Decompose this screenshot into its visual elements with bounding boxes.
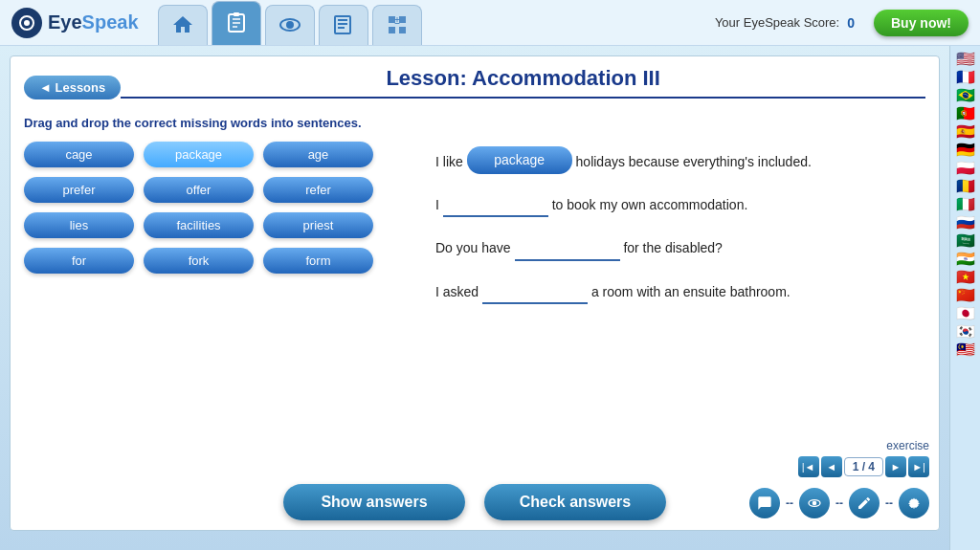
word-row-1: cage package age: [24, 142, 426, 167]
word-priest[interactable]: priest: [263, 212, 373, 238]
check-answers-button[interactable]: Check answers: [484, 484, 666, 520]
tab-dict[interactable]: [319, 5, 368, 45]
sentence-3: Do you have for the disabled?: [435, 234, 925, 260]
sentences-area: I like package holidays because everythi…: [435, 142, 925, 304]
nav-next[interactable]: ►: [885, 456, 906, 477]
word-row-2: prefer offer refer: [24, 177, 426, 203]
word-prefer[interactable]: prefer: [24, 177, 134, 203]
score-area: Your EyeSpeak Score: 0: [715, 15, 855, 31]
nav-last[interactable]: ►|: [908, 456, 929, 477]
buy-button[interactable]: Buy now!: [874, 10, 969, 36]
sentence-2: I to book my own accommodation.: [435, 191, 925, 217]
flag-es[interactable]: 🇪🇸: [952, 122, 979, 140]
flag-sa[interactable]: 🇸🇦: [952, 231, 979, 249]
word-row-4: for fork form: [24, 248, 426, 274]
tab-home[interactable]: [158, 5, 208, 45]
lesson-title: Lesson: Accommodation III: [121, 66, 925, 99]
exercise-controls: |◄ ◄ 1 / 4 ► ►|: [798, 456, 929, 477]
word-for[interactable]: for: [24, 248, 134, 274]
logo-text: EyeSpeak: [48, 11, 139, 33]
svg-point-11: [813, 501, 815, 504]
edit-icon-btn[interactable]: [849, 488, 880, 518]
sep-3: --: [885, 496, 893, 510]
icon-row: -- -- --: [749, 488, 929, 518]
flag-br[interactable]: 🇧🇷: [952, 86, 979, 103]
chat-icon-btn[interactable]: [749, 488, 780, 518]
nav-tabs: ±: [158, 1, 422, 45]
flag-sidebar: 🇺🇸 🇫🇷 🇧🇷 🇵🇹 🇪🇸 🇩🇪 🇵🇱 🇷🇴 🇮🇹 🇷🇺 🇸🇦 🇮🇳 🇻🇳 🇨…: [949, 46, 980, 550]
main-area: ◄ Lessons Lesson: Accommodation III Drag…: [0, 46, 949, 550]
flag-fr[interactable]: 🇫🇷: [952, 68, 979, 85]
flag-pl[interactable]: 🇵🇱: [952, 159, 979, 176]
sep-2: --: [835, 496, 843, 510]
back-button[interactable]: ◄ Lessons: [24, 76, 121, 99]
word-package[interactable]: package: [144, 142, 254, 167]
flag-cn[interactable]: 🇨🇳: [952, 286, 979, 303]
sentence-4: I asked a room with an ensuite bathroom.: [435, 278, 925, 304]
instruction: Drag and drop the correct missing words …: [24, 116, 925, 130]
logo: EyeSpeak: [11, 8, 139, 38]
svg-point-8: [287, 22, 293, 28]
word-lies[interactable]: lies: [24, 212, 134, 238]
flag-ro[interactable]: 🇷🇴: [952, 177, 979, 194]
flag-de[interactable]: 🇩🇪: [952, 141, 979, 158]
word-bank: cage package age prefer offer refer lies…: [24, 142, 426, 283]
word-row-3: lies facilities priest: [24, 212, 426, 238]
score-value: 0: [847, 15, 855, 31]
blank-1[interactable]: package: [467, 146, 572, 174]
blank-2[interactable]: [443, 191, 548, 217]
content-box: ◄ Lessons Lesson: Accommodation III Drag…: [10, 55, 940, 531]
settings-icon-btn[interactable]: [899, 488, 929, 518]
sep-1: --: [786, 496, 793, 510]
flag-kr[interactable]: 🇰🇷: [952, 322, 979, 340]
flag-ru[interactable]: 🇷🇺: [952, 213, 979, 231]
eye-icon-btn[interactable]: [799, 488, 830, 518]
show-answers-button[interactable]: Show answers: [283, 484, 465, 520]
flag-in[interactable]: 🇮🇳: [952, 250, 979, 267]
score-label: Your EyeSpeak Score:: [715, 15, 839, 30]
blank-3[interactable]: [515, 234, 620, 260]
word-form[interactable]: form: [263, 248, 373, 274]
nav-first[interactable]: |◄: [798, 456, 819, 477]
flag-it[interactable]: 🇮🇹: [952, 195, 979, 212]
blank-4[interactable]: [482, 278, 588, 304]
flag-pt[interactable]: 🇵🇹: [952, 104, 979, 121]
word-offer[interactable]: offer: [144, 177, 254, 203]
svg-rect-6: [234, 12, 239, 16]
svg-text:±: ±: [394, 15, 400, 26]
flag-us[interactable]: 🇺🇸: [952, 50, 979, 67]
word-cage[interactable]: cage: [24, 142, 134, 167]
exercise-label: exercise: [798, 439, 929, 452]
exercise-counter: 1 / 4: [844, 457, 883, 476]
word-facilities[interactable]: facilities: [144, 212, 254, 238]
tab-eye[interactable]: [265, 5, 315, 45]
word-refer[interactable]: refer: [263, 177, 373, 203]
flag-jp[interactable]: 🇯🇵: [952, 304, 979, 321]
flag-my[interactable]: 🇲🇾: [952, 341, 979, 358]
logo-icon: [11, 8, 42, 38]
nav-prev[interactable]: ◄: [821, 456, 842, 477]
exercise-area: exercise |◄ ◄ 1 / 4 ► ►|: [798, 439, 929, 477]
word-age[interactable]: age: [263, 142, 373, 167]
tab-lesson[interactable]: [212, 1, 261, 45]
header: EyeSpeak ± Your EyeSpeak Score: 0 Buy no…: [0, 0, 980, 46]
sentence-1: I like package holidays because everythi…: [435, 146, 925, 174]
tab-grid[interactable]: ±: [372, 5, 422, 45]
svg-point-1: [24, 20, 30, 26]
word-fork[interactable]: fork: [144, 248, 254, 274]
flag-vn[interactable]: 🇻🇳: [952, 268, 979, 285]
